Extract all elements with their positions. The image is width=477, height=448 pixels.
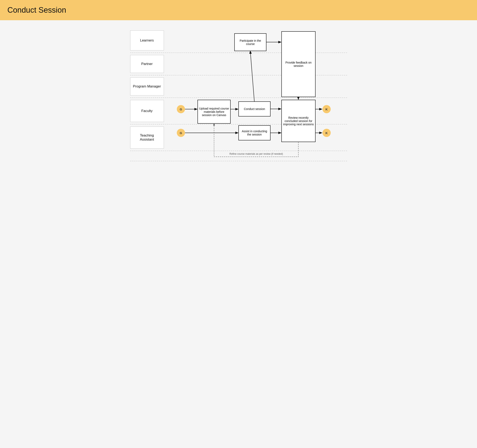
lane-label-program-manager: Program Manager xyxy=(130,77,164,95)
lane-label-learners: Learners xyxy=(130,30,164,51)
page-header: Conduct Session xyxy=(0,0,477,20)
lane-faculty: Faculty xyxy=(130,98,347,124)
lane-content-learners xyxy=(164,29,347,52)
lane-ta: Teaching Assistant xyxy=(130,124,347,151)
lane-label-faculty: Faculty xyxy=(130,100,164,122)
main-content: Learners Partner Program Manager xyxy=(0,26,477,169)
lane-content-program-manager xyxy=(164,76,347,98)
lane-learners: Learners xyxy=(130,29,347,53)
swimlane-wrapper: Learners Partner Program Manager xyxy=(130,29,347,161)
lane-content-faculty xyxy=(164,98,347,124)
lane-content-partner xyxy=(164,53,347,75)
lane-content-ta xyxy=(164,124,347,151)
lane-program-manager: Program Manager xyxy=(130,76,347,98)
lane-partner: Partner xyxy=(130,53,347,76)
page-title: Conduct Session xyxy=(7,6,470,15)
lane-label-partner: Partner xyxy=(130,55,164,73)
lane-footer xyxy=(130,151,347,161)
lane-label-ta: Teaching Assistant xyxy=(130,127,164,149)
